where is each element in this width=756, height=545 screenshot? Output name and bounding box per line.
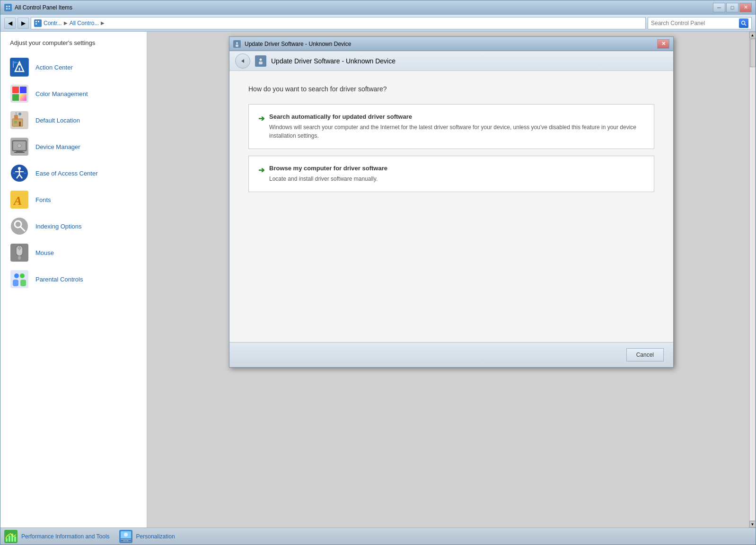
action-center-label: Action Center (35, 64, 73, 71)
bottom-item-personalization[interactable]: Personalization (119, 530, 175, 543)
ease-of-access-icon (10, 164, 29, 183)
dialog-close-button[interactable]: ✕ (657, 39, 669, 49)
svg-rect-24 (14, 121, 17, 123)
svg-rect-8 (35, 23, 37, 25)
svg-rect-1 (6, 6, 8, 7)
svg-point-14 (19, 64, 20, 66)
breadcrumb-item-1[interactable]: Contr... (44, 20, 62, 26)
svg-rect-60 (236, 44, 238, 47)
sidebar-item-parental-controls[interactable]: Parental Controls (0, 266, 147, 292)
title-bar: All Control Panel Items ─ □ ✕ (0, 0, 756, 15)
svg-point-55 (20, 273, 25, 278)
device-manager-icon (10, 137, 29, 156)
device-manager-label: Device Manager (35, 143, 80, 150)
breadcrumb: Contr... ▶ All Contro... ▶ (31, 17, 646, 29)
option2-title: Browse my computer for driver software (269, 165, 644, 172)
scroll-up-arrow[interactable]: ▲ (749, 32, 756, 38)
sidebar-item-device-manager[interactable]: Device Manager (0, 133, 147, 160)
svg-text:A: A (13, 194, 22, 208)
right-panel: Update Driver Software - Unknown Device … (147, 32, 756, 527)
sidebar-item-default-location[interactable]: Default Location (0, 107, 147, 133)
svg-rect-19 (20, 87, 26, 93)
bottom-item-performance[interactable]: Performance Information and Tools (4, 530, 110, 543)
svg-marker-61 (241, 59, 244, 63)
personalization-icon (119, 530, 132, 543)
dialog-nav-heading: Update Driver Software - Unknown Device (271, 57, 396, 65)
sidebar-item-fonts[interactable]: A Fonts (0, 186, 147, 213)
svg-rect-18 (12, 87, 19, 93)
ease-of-access-label: Ease of Access Center (35, 170, 98, 177)
dialog-nav-icon (255, 55, 266, 67)
search-automatically-option[interactable]: ➔ Search automatically for updated drive… (248, 104, 654, 149)
update-driver-dialog: Update Driver Software - Unknown Device … (229, 36, 674, 368)
dialog-footer: Cancel (229, 342, 673, 367)
dialog-question: How do you want to search for driver sof… (248, 85, 654, 93)
action-center-icon (10, 58, 29, 77)
main-window: All Control Panel Items ─ □ ✕ ◀ ▶ Contr.… (0, 0, 756, 545)
minimize-button[interactable]: ─ (713, 3, 725, 12)
forward-button[interactable]: ▶ (18, 18, 29, 29)
sidebar-item-mouse[interactable]: Mouse (0, 239, 147, 266)
browse-computer-option[interactable]: ➔ Browse my computer for driver software… (248, 156, 654, 192)
window-controls: ─ □ ✕ (713, 3, 752, 12)
svg-point-52 (18, 256, 21, 260)
svg-point-9 (742, 21, 745, 24)
indexing-options-label: Indexing Options (35, 223, 82, 230)
breadcrumb-item-2[interactable]: All Contro... (70, 20, 99, 26)
parental-controls-icon (10, 270, 29, 289)
window-icon (4, 4, 12, 11)
svg-rect-26 (14, 115, 18, 120)
color-management-icon (10, 84, 29, 103)
svg-rect-51 (18, 247, 21, 249)
dialog-overlay: Update Driver Software - Unknown Device … (147, 32, 756, 527)
mouse-label: Mouse (35, 249, 54, 256)
svg-rect-56 (13, 280, 18, 286)
svg-rect-23 (12, 119, 23, 126)
svg-rect-7 (38, 21, 39, 22)
svg-point-73 (124, 533, 128, 536)
svg-rect-74 (121, 540, 123, 541)
sidebar-item-color-management[interactable]: Color Management (0, 80, 147, 107)
breadcrumb-sep-1: ▶ (64, 20, 68, 26)
svg-rect-3 (6, 8, 8, 9)
svg-rect-76 (128, 540, 131, 541)
svg-rect-53 (10, 270, 28, 288)
back-button[interactable]: ◀ (4, 18, 16, 29)
scroll-thumb[interactable] (750, 39, 756, 67)
dialog-back-button[interactable] (235, 53, 250, 69)
svg-rect-5 (35, 20, 40, 26)
svg-point-34 (18, 144, 21, 148)
mouse-icon (10, 243, 29, 262)
sidebar-item-indexing-options[interactable]: Indexing Options (0, 213, 147, 239)
main-content: Adjust your computer's settings (0, 32, 756, 527)
search-area (648, 17, 752, 29)
option2-arrow: ➔ (258, 166, 264, 175)
svg-rect-0 (5, 5, 11, 10)
sidebar-item-ease-of-access[interactable]: Ease of Access Center (0, 160, 147, 186)
default-location-icon (10, 111, 29, 130)
search-button[interactable] (739, 18, 748, 28)
svg-rect-6 (35, 21, 37, 22)
maximize-button[interactable]: □ (726, 3, 738, 12)
sidebar-item-action-center[interactable]: Action Center (0, 54, 147, 80)
svg-point-54 (14, 273, 19, 278)
svg-rect-64 (259, 62, 263, 64)
svg-rect-67 (9, 536, 10, 542)
window-title: All Control Panel Items (15, 4, 713, 11)
performance-icon (4, 530, 18, 543)
option1-title: Search automatically for updated driver … (269, 113, 644, 120)
parental-controls-label: Parental Controls (35, 276, 83, 283)
window-close-button[interactable]: ✕ (739, 3, 752, 12)
default-location-label: Default Location (35, 117, 80, 124)
scroll-down-arrow[interactable]: ▼ (749, 521, 756, 527)
performance-label: Performance Information and Tools (21, 533, 110, 540)
svg-point-45 (11, 218, 28, 235)
dialog-icon (233, 40, 241, 48)
search-input[interactable] (651, 20, 737, 26)
right-scrollbar[interactable]: ▲ ▼ (749, 32, 756, 527)
dialog-nav-bar: Update Driver Software - Unknown Device (229, 51, 673, 71)
cancel-button[interactable]: Cancel (626, 348, 664, 361)
svg-rect-66 (6, 538, 8, 542)
personalization-label: Personalization (136, 533, 175, 540)
svg-rect-57 (20, 280, 26, 286)
